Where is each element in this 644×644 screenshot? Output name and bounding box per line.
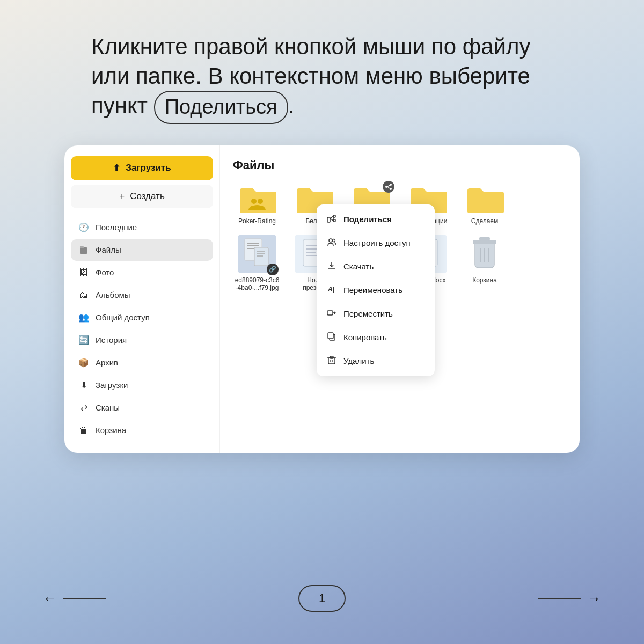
context-menu: Поделиться Настроить доступ Скачать A| П… bbox=[317, 204, 435, 376]
context-menu-move-label: Переместить bbox=[343, 309, 393, 318]
sidebar-item-albums-label: Альбомы bbox=[96, 290, 130, 299]
share-menu-icon bbox=[326, 214, 337, 225]
prev-nav[interactable]: ← bbox=[43, 590, 106, 607]
svg-point-6 bbox=[390, 188, 392, 190]
svg-point-34 bbox=[333, 239, 335, 241]
context-menu-download[interactable]: Скачать bbox=[317, 255, 435, 279]
svg-rect-1 bbox=[80, 246, 84, 248]
sidebar-item-albums[interactable]: 🗂 Альбомы bbox=[71, 284, 213, 306]
svg-line-8 bbox=[387, 187, 390, 188]
create-label: Создать bbox=[130, 191, 165, 202]
download-menu-icon bbox=[326, 261, 337, 273]
sidebar-item-downloads-label: Загрузки bbox=[96, 380, 128, 390]
prev-line bbox=[63, 598, 106, 599]
main-content: Файлы Poker-Rating bbox=[220, 145, 580, 453]
context-menu-share-label: Поделиться bbox=[343, 215, 392, 224]
instruction-line3-suffix: . bbox=[288, 93, 295, 118]
svg-point-4 bbox=[390, 184, 392, 186]
prev-arrow[interactable]: ← bbox=[43, 590, 57, 607]
upload-icon: ⬆ bbox=[113, 163, 120, 174]
upload-label: Загрузить bbox=[126, 163, 171, 173]
file-trash[interactable]: Корзина bbox=[460, 235, 509, 291]
context-menu-rename[interactable]: A| Переименовать bbox=[317, 279, 435, 302]
next-line bbox=[538, 598, 581, 599]
svg-rect-32 bbox=[333, 219, 335, 222]
files-icon bbox=[78, 245, 89, 255]
page-indicator: 1 bbox=[298, 585, 346, 612]
svg-rect-31 bbox=[333, 215, 335, 217]
sidebar-item-photos[interactable]: 🖼 Фото bbox=[71, 262, 213, 283]
sidebar-item-recent[interactable]: 🕐 Последние bbox=[71, 217, 213, 238]
context-menu-access[interactable]: Настроить доступ bbox=[317, 231, 435, 255]
context-menu-delete-label: Удалить bbox=[343, 356, 374, 365]
context-menu-rename-label: Переименовать bbox=[343, 286, 402, 295]
upload-button[interactable]: ⬆ Загрузить bbox=[71, 156, 213, 180]
instruction-line1: Кликните правой кнопкой мыши по файлу bbox=[91, 34, 531, 59]
context-menu-download-label: Скачать bbox=[343, 262, 374, 271]
svg-rect-13 bbox=[254, 247, 268, 266]
svg-rect-26 bbox=[479, 237, 490, 241]
context-menu-move[interactable]: Переместить bbox=[317, 302, 435, 326]
context-menu-access-label: Настроить доступ bbox=[343, 238, 411, 247]
file-image-name: ed889079-c3c6-4ba0-...f79.jpg bbox=[235, 276, 280, 291]
sidebar-item-trash-label: Корзина bbox=[96, 426, 126, 435]
people-menu-icon bbox=[326, 237, 337, 249]
instruction-line2: или папке. В контекстном меню выберите bbox=[91, 63, 530, 89]
svg-point-33 bbox=[329, 239, 332, 242]
file-image[interactable]: 🔗 ed889079-c3c6-4ba0-...f79.jpg bbox=[233, 235, 281, 291]
context-menu-copy-label: Копировать bbox=[343, 333, 387, 342]
svg-rect-41 bbox=[330, 356, 333, 358]
sidebar-item-trash[interactable]: 🗑 Корзина bbox=[71, 420, 213, 441]
svg-rect-30 bbox=[327, 217, 330, 222]
file-trash-name: Корзина bbox=[472, 276, 497, 284]
move-menu-icon bbox=[326, 308, 337, 320]
link-icon: 🔗 bbox=[267, 264, 279, 275]
bottom-nav: ← 1 → bbox=[0, 585, 644, 612]
history-icon: 🔄 bbox=[78, 335, 89, 346]
sidebar-item-history-label: История bbox=[96, 335, 127, 345]
instruction-block: Кликните правой кнопкой мыши по файлу ил… bbox=[91, 32, 553, 124]
sidebar-item-recent-label: Последние bbox=[96, 223, 137, 232]
photo-icon: 🖼 bbox=[78, 267, 89, 278]
sidebar-item-downloads[interactable]: ⬇ Загрузки bbox=[71, 375, 213, 396]
file-trash-thumb bbox=[465, 235, 504, 273]
shared-icon: 👥 bbox=[78, 312, 89, 323]
sidebar-item-files[interactable]: Файлы bbox=[71, 239, 213, 261]
folder-sdelaem-name: Сделаем bbox=[471, 217, 499, 225]
copy-menu-icon bbox=[326, 332, 337, 343]
next-arrow[interactable]: → bbox=[587, 590, 601, 607]
svg-point-2 bbox=[251, 199, 257, 204]
share-badge: Поделиться bbox=[154, 91, 288, 123]
svg-rect-38 bbox=[328, 333, 333, 339]
scans-icon: ⇄ bbox=[78, 402, 89, 413]
sidebar-item-shared[interactable]: 👥 Общий доступ bbox=[71, 307, 213, 328]
folder-icon-sdelaem bbox=[465, 183, 504, 214]
sidebar-item-photos-label: Фото bbox=[96, 268, 114, 277]
sidebar-item-archive[interactable]: 📦 Архив bbox=[71, 352, 213, 374]
next-nav[interactable]: → bbox=[538, 590, 601, 607]
section-title: Файлы bbox=[233, 158, 567, 172]
sidebar-item-scans-label: Сканы bbox=[96, 403, 120, 412]
context-menu-copy[interactable]: Копировать bbox=[317, 326, 435, 349]
svg-rect-36 bbox=[327, 311, 333, 315]
sidebar-item-history[interactable]: 🔄 История bbox=[71, 330, 213, 351]
folder-poker-name: Poker-Rating bbox=[238, 217, 276, 225]
sidebar-item-shared-label: Общий доступ bbox=[96, 313, 150, 322]
sidebar-item-scans[interactable]: ⇄ Сканы bbox=[71, 397, 213, 419]
clock-icon: 🕐 bbox=[78, 222, 89, 233]
folder-icon-poker bbox=[238, 183, 276, 214]
create-plus-icon: + bbox=[119, 191, 125, 202]
file-image-wrapper: 🔗 bbox=[238, 235, 276, 273]
folder-poker-rating[interactable]: Poker-Rating bbox=[233, 183, 281, 225]
folder-sdelaem[interactable]: Сделаем bbox=[460, 183, 509, 225]
svg-point-3 bbox=[258, 199, 263, 204]
archive-icon: 📦 bbox=[78, 357, 89, 368]
context-menu-share[interactable]: Поделиться bbox=[317, 208, 435, 231]
folder-share-badge bbox=[383, 181, 394, 193]
downloads-icon: ⬇ bbox=[78, 380, 89, 391]
context-menu-delete[interactable]: Удалить bbox=[317, 349, 435, 373]
svg-rect-39 bbox=[328, 358, 335, 364]
svg-point-5 bbox=[385, 186, 387, 188]
create-button[interactable]: + Создать bbox=[71, 185, 213, 208]
sidebar: ⬆ Загрузить + Создать 🕐 Последние Файлы … bbox=[64, 145, 220, 453]
